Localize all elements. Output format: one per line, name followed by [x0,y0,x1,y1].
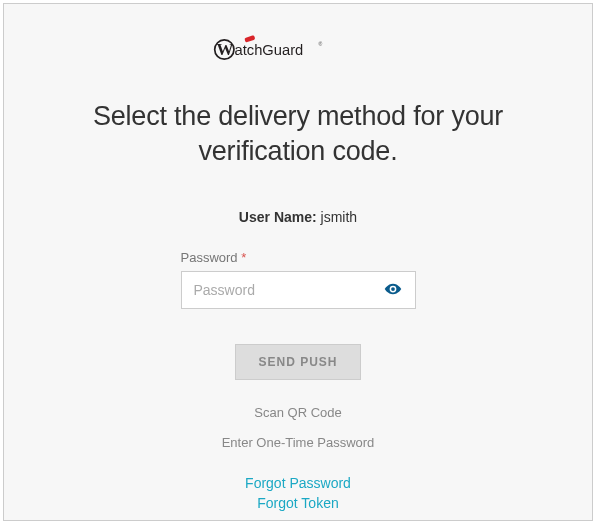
enter-otp-link[interactable]: Enter One-Time Password [222,435,375,450]
password-field-group: Password * [181,250,416,309]
password-label: Password * [181,250,416,265]
svg-text:®: ® [318,41,322,47]
svg-text:W: W [216,40,233,59]
username-value: jsmith [321,209,358,225]
footer-links: Forgot Password Forgot Token [245,475,351,515]
eye-icon [384,280,402,301]
username-label: User Name [239,209,312,225]
svg-text:atchGuard: atchGuard [235,42,304,58]
required-mark: * [241,250,246,265]
forgot-token-link[interactable]: Forgot Token [257,495,338,511]
toggle-password-visibility[interactable] [380,276,406,305]
page-title: Select the delivery method for your veri… [44,99,552,169]
forgot-password-link[interactable]: Forgot Password [245,475,351,491]
watchguard-logo: W atchGuard ® [213,29,383,69]
username-display: User Name: jsmith [239,209,357,225]
auth-container: W atchGuard ® Select the delivery method… [3,3,593,521]
scan-qr-link[interactable]: Scan QR Code [254,405,341,420]
send-push-button[interactable]: SEND PUSH [235,344,360,380]
